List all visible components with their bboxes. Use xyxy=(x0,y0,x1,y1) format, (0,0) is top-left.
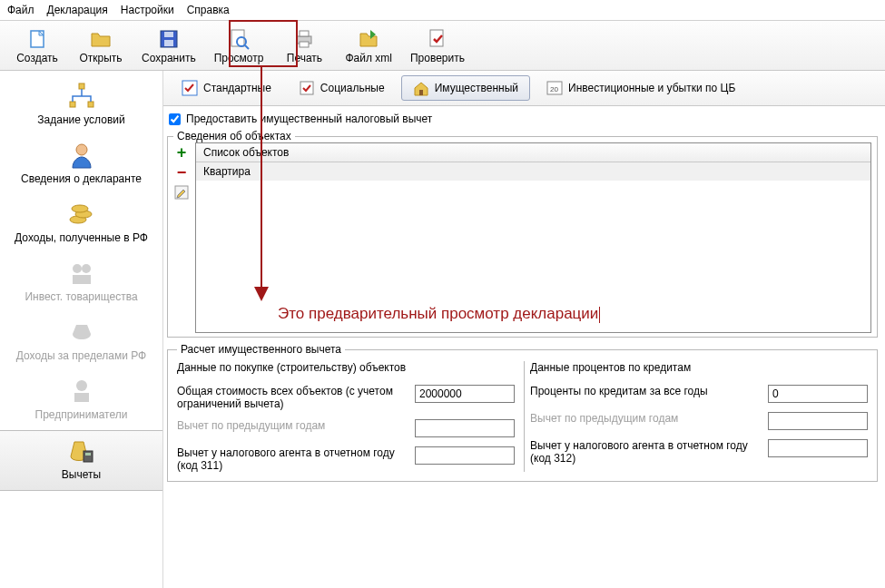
svg-line-9 xyxy=(245,45,249,49)
svg-rect-5 xyxy=(164,32,173,37)
svg-rect-15 xyxy=(70,102,75,107)
svg-point-24 xyxy=(76,380,87,391)
svg-rect-29 xyxy=(300,82,313,94)
menu-help[interactable]: Справка xyxy=(187,4,230,16)
sidebar-declarant-label: Сведения о декларанте xyxy=(21,172,142,185)
total-cost-input[interactable] xyxy=(415,385,515,403)
sidebar-deductions-label: Вычеты xyxy=(62,468,101,481)
edit-object-button[interactable] xyxy=(173,184,190,201)
tab-invest-cb[interactable]: 20 Инвестиционные и убытки по ЦБ xyxy=(536,76,746,100)
deductions-icon xyxy=(67,436,96,466)
tree-icon xyxy=(67,82,96,111)
print-button[interactable]: Печать xyxy=(276,26,332,66)
list-item[interactable]: Квартира xyxy=(196,162,870,181)
tab-standard-label: Стандартные xyxy=(203,82,271,94)
prev-years-left-label: Вычет по предыдущим годам xyxy=(177,419,406,432)
svg-point-22 xyxy=(82,264,91,273)
menubar: Файл Декларация Настройки Справка xyxy=(0,0,885,21)
agent-312-input[interactable] xyxy=(768,439,868,457)
provide-deduction-label: Предоставить имущественный налоговый выч… xyxy=(186,113,432,125)
annotation-text: Это предварительный просмотр декларации xyxy=(278,305,870,323)
save-button[interactable]: Сохранить xyxy=(136,26,202,66)
prev-years-left-input[interactable] xyxy=(415,419,515,437)
print-label: Печать xyxy=(287,52,322,64)
tab-invest-cb-label: Инвестиционные и убытки по ЦБ xyxy=(568,82,735,94)
tab-property[interactable]: Имущественный xyxy=(401,75,530,101)
sidebar-item-income-rf[interactable]: Доходы, полученные в РФ xyxy=(0,194,162,253)
objects-legend: Сведения об объектах xyxy=(173,130,295,142)
objects-list-header: Список объектов xyxy=(196,143,870,162)
sidebar-entrepreneurs-label: Предприниматели xyxy=(35,408,128,421)
create-button[interactable]: Создать xyxy=(9,26,65,66)
save-label: Сохранить xyxy=(142,52,196,64)
svg-rect-23 xyxy=(73,275,91,284)
printer-icon xyxy=(293,28,315,50)
sidebar-item-invest: Инвест. товарищества xyxy=(0,253,162,312)
svg-rect-27 xyxy=(85,453,91,456)
coins-icon xyxy=(67,200,96,229)
remove-object-button[interactable]: − xyxy=(173,164,190,181)
interest-input[interactable] xyxy=(768,385,868,403)
deduction-tabbar: Стандартные Социальные Имущественный 20 … xyxy=(163,71,885,106)
open-label: Открыть xyxy=(79,52,122,64)
tab-property-label: Имущественный xyxy=(435,82,518,94)
calc-left-title: Данные по покупке (строительству) объект… xyxy=(177,361,515,374)
add-object-button[interactable]: + xyxy=(173,144,190,161)
house-icon xyxy=(413,80,429,96)
person-icon xyxy=(67,141,96,170)
tab-standard[interactable]: Стандартные xyxy=(171,76,282,100)
sidebar-item-deductions[interactable]: Вычеты xyxy=(0,430,162,491)
calc-legend: Расчет имущественного вычета xyxy=(177,343,345,356)
prev-years-right-input[interactable] xyxy=(768,412,868,430)
svg-rect-16 xyxy=(88,102,93,107)
svg-point-17 xyxy=(76,144,87,155)
new-file-icon xyxy=(26,28,48,50)
sidebar-item-conditions[interactable]: Задание условий xyxy=(0,76,162,135)
objects-list[interactable]: Список объектов Квартира Это предварител… xyxy=(195,142,871,333)
filexml-button[interactable]: Файл xml xyxy=(339,26,398,66)
svg-rect-12 xyxy=(300,42,309,47)
menu-file[interactable]: Файл xyxy=(7,4,34,16)
menu-settings[interactable]: Настройки xyxy=(121,4,174,16)
xml-export-icon xyxy=(358,28,379,50)
preview-label: Просмотр xyxy=(214,52,264,64)
sidebar-conditions-label: Задание условий xyxy=(37,113,124,126)
check-button[interactable]: Проверить xyxy=(405,26,470,66)
objects-fieldset: Сведения об объектах + − Список объектов… xyxy=(167,130,878,338)
create-label: Создать xyxy=(16,52,58,64)
checklist-icon xyxy=(182,80,198,96)
floppy-icon xyxy=(158,28,180,50)
toolbar: Создать Открыть Сохранить Просмотр Печат… xyxy=(0,21,885,71)
provide-deduction-checkbox[interactable] xyxy=(169,113,181,125)
tab-social-label: Социальные xyxy=(320,82,385,94)
svg-rect-30 xyxy=(419,90,423,95)
agent-311-label: Вычет у налогового агента в отчетном год… xyxy=(177,446,406,472)
total-cost-label: Общая стоимость всех объектов (с учетом … xyxy=(177,385,406,410)
money-bag-icon xyxy=(67,318,96,347)
sidebar-income-abroad-label: Доходы за пределами РФ xyxy=(16,349,146,362)
calendar-icon: 20 xyxy=(546,80,563,96)
calculation-fieldset: Расчет имущественного вычета Данные по п… xyxy=(167,343,878,482)
menu-declaration[interactable]: Декларация xyxy=(47,4,108,16)
svg-rect-6 xyxy=(164,40,173,46)
partnership-icon xyxy=(67,259,96,288)
svg-rect-25 xyxy=(74,393,89,402)
business-icon xyxy=(67,377,96,406)
checkbox-icon xyxy=(299,80,315,96)
open-folder-icon xyxy=(90,28,112,50)
open-button[interactable]: Открыть xyxy=(73,26,129,66)
agent-312-label: Вычет у налогового агента в отчетном год… xyxy=(530,439,759,465)
interest-label: Проценты по кредитам за все годы xyxy=(530,385,759,397)
svg-text:20: 20 xyxy=(550,85,558,93)
prev-years-right-label: Вычет по предыдущим годам xyxy=(530,412,759,425)
edit-icon xyxy=(174,185,189,200)
main-panel: Стандартные Социальные Имущественный 20 … xyxy=(163,71,885,588)
preview-icon xyxy=(228,28,250,50)
svg-rect-26 xyxy=(84,451,93,462)
tab-social[interactable]: Социальные xyxy=(288,76,396,100)
sidebar: Задание условий Сведения о декларанте До… xyxy=(0,71,163,588)
filexml-label: Файл xml xyxy=(345,52,392,64)
sidebar-item-declarant[interactable]: Сведения о декларанте xyxy=(0,135,162,194)
agent-311-input[interactable] xyxy=(415,446,515,465)
preview-button[interactable]: Просмотр xyxy=(209,26,270,66)
